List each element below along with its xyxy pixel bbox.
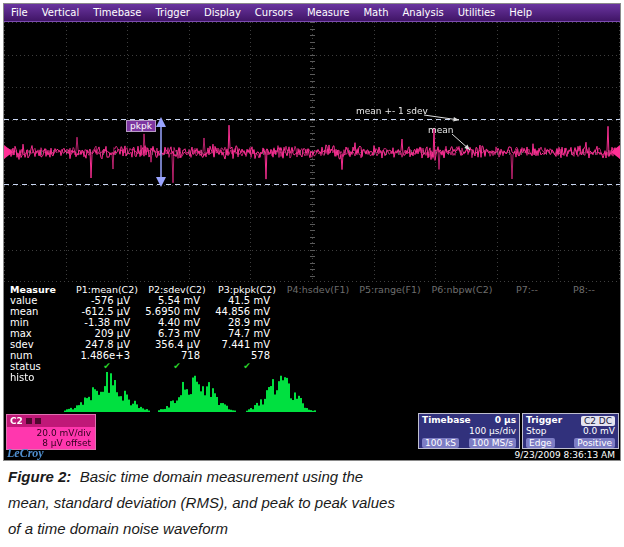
measure-row-num: num 1.486e+3 718 578	[8, 350, 618, 361]
measure-title: Measure	[8, 284, 72, 295]
menu-bar: File Vertical Timebase Trigger Display C…	[4, 4, 620, 22]
figure-caption: Figure 2: Basic time domain measurement …	[4, 464, 618, 542]
min-p2: 4.40 mV	[142, 317, 212, 328]
menu-item-trigger[interactable]: Trigger	[148, 7, 197, 18]
sdev-p3: 7.441 mV	[212, 339, 282, 350]
menu-item-display[interactable]: Display	[197, 7, 248, 18]
status-check-p2: ✔	[142, 361, 212, 372]
param-header-p5[interactable]: P5:range(F1)	[354, 284, 426, 295]
mean-sdev-annotation: mean +- 1 sdev	[356, 106, 428, 116]
value-p3: 41.5 mV	[212, 295, 282, 306]
value-p1: -576 µV	[72, 295, 142, 306]
row-label-mean: mean	[8, 306, 72, 317]
timebase-descriptor[interactable]: Timebase 0 µs 100 µs/div 100 kS 100 MS/s	[418, 413, 520, 449]
status-check-p3: ✔	[212, 361, 282, 372]
sdev-p2: 356.4 µV	[142, 339, 212, 350]
trigger-source-badge: C2 DC	[581, 416, 615, 426]
menu-item-utilities[interactable]: Utilities	[451, 7, 503, 18]
trigger-level: 0.0 mV	[583, 426, 615, 437]
num-p1: 1.486e+3	[72, 350, 142, 361]
caption-prefix: Figure 2:	[8, 468, 71, 485]
timebase-perdiv: 100 µs/div	[469, 426, 516, 437]
pkpk-annotation: pkpk	[126, 120, 156, 132]
max-p3: 74.7 mV	[212, 328, 282, 339]
row-label-status: status	[8, 361, 72, 372]
row-label-num: num	[8, 350, 72, 361]
measure-row-value: value -576 µV 5.54 mV 41.5 mV	[8, 295, 618, 306]
lecroy-logo: LeCroy	[7, 446, 44, 461]
measure-table: Measure P1:mean(C2) P2:sdev(C2) P3:pkpk(…	[8, 284, 618, 372]
timebase-rate: 100 MS/s	[469, 438, 516, 448]
row-label-value: value	[8, 295, 72, 306]
caption-text-3: of a time domain noise waveform	[8, 520, 228, 537]
trigger-title: Trigger	[526, 415, 562, 426]
measure-row-sdev: sdev 247.8 µV 356.4 µV 7.441 mV	[8, 339, 618, 350]
menu-item-cursors[interactable]: Cursors	[248, 7, 300, 18]
value-p2: 5.54 mV	[142, 295, 212, 306]
mean-p1: -612.5 µV	[72, 306, 142, 317]
caption-line-2: mean, standard deviation (RMS), and peak…	[8, 490, 618, 516]
row-label-histo: histo	[10, 372, 34, 383]
sdev-p1: 247.8 µV	[72, 339, 142, 350]
param-header-p7[interactable]: P7:--	[498, 284, 556, 295]
caption-line-1: Figure 2: Basic time domain measurement …	[8, 464, 618, 490]
timebase-delay: 0 µs	[495, 415, 516, 426]
measure-header-row: Measure P1:mean(C2) P2:sdev(C2) P3:pkpk(…	[8, 284, 618, 295]
mean-p2: 5.6950 mV	[142, 306, 212, 317]
oscilloscope-screen: File Vertical Timebase Trigger Display C…	[3, 3, 621, 461]
channel-bandwidth-icon	[35, 418, 41, 424]
trigger-type: Edge	[526, 438, 555, 448]
row-label-sdev: sdev	[8, 339, 72, 350]
channel-c2-descriptor[interactable]: C2 20.0 mV/div 8 µV offset	[6, 414, 96, 450]
measure-row-min: min -1.38 mV 4.40 mV 28.9 mV	[8, 317, 618, 328]
param-header-p2[interactable]: P2:sdev(C2)	[142, 284, 212, 295]
measure-row-mean: mean -612.5 µV 5.6950 mV 44.856 mV	[8, 306, 618, 317]
menu-item-help[interactable]: Help	[502, 7, 539, 18]
mean-p3: 44.856 mV	[212, 306, 282, 317]
row-label-max: max	[8, 328, 72, 339]
histogram-canvas	[8, 372, 616, 412]
param-header-p1[interactable]: P1:mean(C2)	[72, 284, 142, 295]
measure-row-max: max 209 µV 6.73 mV 74.7 mV	[8, 328, 618, 339]
param-header-p8[interactable]: P8:--	[556, 284, 612, 295]
menu-item-analysis[interactable]: Analysis	[395, 7, 450, 18]
param-header-p6[interactable]: P6:nbpw(C2)	[426, 284, 498, 295]
measure-row-status: status ✔ ✔ ✔	[8, 361, 618, 372]
caption-line-3: of a time domain noise waveform	[8, 516, 618, 542]
timebase-samples: 100 kS	[422, 438, 459, 448]
param-header-p4[interactable]: P4:hsdev(F1)	[282, 284, 354, 295]
menu-item-vertical[interactable]: Vertical	[35, 7, 86, 18]
channel-vdiv: 20.0 mV/div	[11, 428, 91, 438]
channel-name: C2	[10, 415, 23, 427]
menu-item-math[interactable]: Math	[356, 7, 395, 18]
max-p1: 209 µV	[72, 328, 142, 339]
param-header-p3[interactable]: P3:pkpk(C2)	[212, 284, 282, 295]
min-p3: 28.9 mV	[212, 317, 282, 328]
timestamp: 9/23/2009 8:36:13 AM	[515, 450, 616, 460]
num-p3: 578	[212, 350, 282, 361]
trigger-descriptor[interactable]: Trigger C2 DC Stop 0.0 mV Edge Positive	[522, 413, 619, 449]
status-check-p1: ✔	[72, 361, 142, 372]
menu-item-file[interactable]: File	[4, 7, 35, 18]
caption-text-1: Basic time domain measurement using the	[80, 468, 363, 485]
waveform-canvas	[4, 22, 620, 282]
channel-coupling-icon	[26, 418, 32, 424]
menu-item-timebase[interactable]: Timebase	[86, 7, 148, 18]
histogram-strip: histo	[8, 372, 616, 412]
status-strip: C2 20.0 mV/div 8 µV offset LeCroy Timeba…	[4, 412, 620, 460]
num-p2: 718	[142, 350, 212, 361]
trigger-mode: Stop	[526, 426, 546, 437]
min-p1: -1.38 mV	[72, 317, 142, 328]
timebase-title: Timebase	[422, 415, 471, 426]
max-p2: 6.73 mV	[142, 328, 212, 339]
row-label-min: min	[8, 317, 72, 328]
waveform-grid-area: pkpk mean +- 1 sdev mean	[4, 22, 620, 282]
mean-annotation: mean	[428, 125, 454, 135]
trigger-slope: Positive	[574, 438, 615, 448]
caption-text-2: mean, standard deviation (RMS), and peak…	[8, 494, 395, 511]
menu-item-measure[interactable]: Measure	[300, 7, 357, 18]
